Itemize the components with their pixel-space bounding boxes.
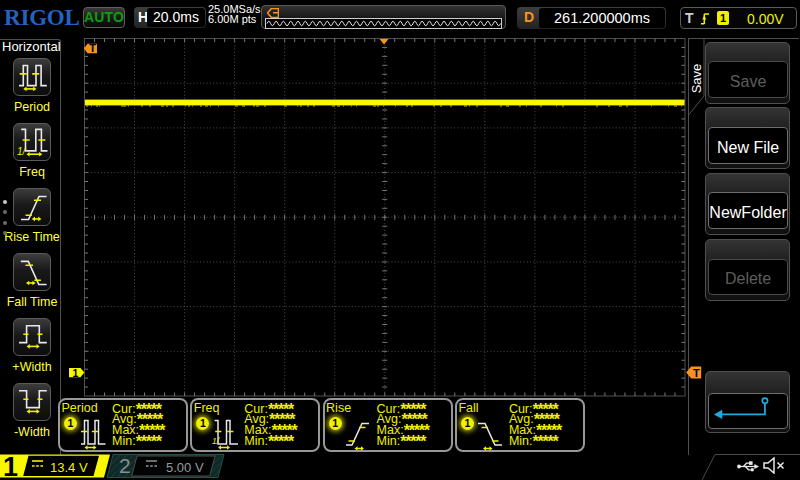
svg-text:1: 1 [73,367,79,379]
svg-text:T: T [693,366,700,378]
svg-text:1/: 1/ [17,146,27,157]
svg-text:T: T [89,42,96,54]
